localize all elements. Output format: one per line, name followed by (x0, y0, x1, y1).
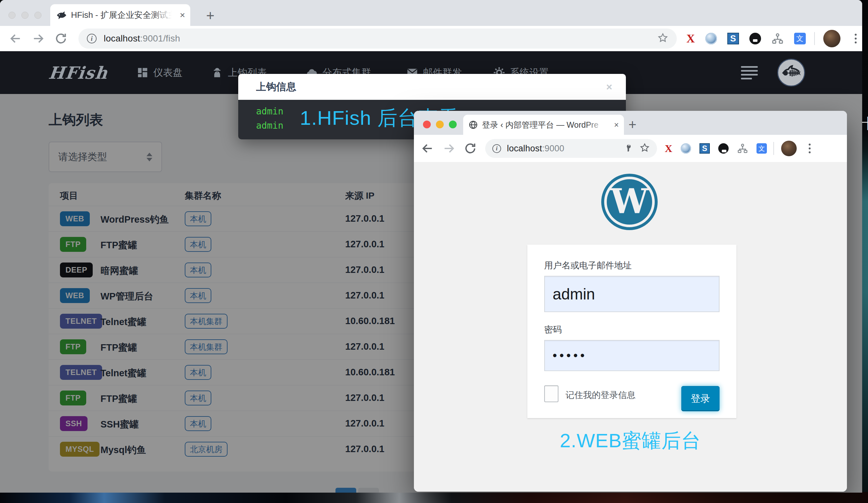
desktop-wallpaper-bottom (0, 492, 868, 503)
forward-icon[interactable] (442, 142, 455, 155)
toolbar-divider (814, 32, 815, 45)
tab-wordpress-login[interactable]: 登录 ‹ 内部管理平台 — WordPre × (463, 115, 624, 135)
extension-swirl-icon[interactable] (681, 143, 691, 154)
reload-icon[interactable] (54, 32, 68, 45)
spy-person-icon (211, 66, 223, 79)
username-input[interactable] (544, 276, 720, 312)
main-url-bar[interactable]: i localhost:9001/fish (79, 29, 677, 49)
extension-x-icon[interactable]: X (686, 32, 695, 45)
wordpress-browser-window: 登录 ‹ 内部管理平台 — WordPre × + i localhost:90… (414, 111, 847, 492)
tab-close-icon[interactable]: × (175, 11, 190, 20)
modal-title: 上钩信息 (256, 80, 606, 94)
bookmark-star-icon[interactable] (640, 143, 650, 154)
extension-swirl-icon[interactable] (705, 33, 717, 44)
fish-skeleton-icon (780, 61, 803, 84)
page-info-icon[interactable]: i (492, 144, 501, 153)
bookmark-star-icon[interactable] (657, 32, 668, 45)
wordpress-logo[interactable]: W (601, 174, 658, 230)
reload-icon[interactable] (464, 142, 477, 155)
desktop: 卡 HFish - 扩展企业安全测试主动诱 × + (0, 0, 868, 503)
new-tab-button[interactable]: + (629, 118, 637, 132)
extension-x-icon[interactable]: X (665, 143, 672, 155)
extension-sitemap-icon[interactable] (772, 32, 784, 45)
profile-avatar[interactable] (781, 141, 797, 156)
hfish-favicon-icon (56, 10, 66, 20)
remember-checkbox[interactable] (544, 386, 558, 402)
dashboard-icon (136, 66, 149, 79)
extension-s-icon[interactable]: S (727, 33, 739, 44)
extension-face-icon[interactable] (750, 33, 761, 44)
login-form-card: 用户名或电子邮件地址 密码 记住我的登录信息 登录 (527, 245, 736, 418)
nav-dashboard[interactable]: 仪表盘 (136, 66, 183, 79)
annotation-web-honeypot: 2.WEB蜜罐后台 (414, 428, 847, 454)
minimize-window-button[interactable] (436, 121, 444, 129)
browser-menu-icon[interactable] (804, 140, 816, 156)
extension-s-icon[interactable]: S (700, 143, 710, 154)
back-icon[interactable] (9, 32, 22, 45)
close-window-button[interactable] (423, 121, 431, 129)
modal-close-icon[interactable]: × (606, 81, 612, 93)
browser-menu-icon[interactable] (849, 30, 862, 47)
password-key-icon[interactable] (624, 143, 634, 154)
minimize-window-button[interactable] (21, 12, 29, 19)
wp-toolbar: i localhost:9000 X S 文 (414, 135, 847, 162)
toolbar-divider (773, 142, 774, 155)
extension-translate-icon[interactable]: 文 (756, 143, 767, 154)
username-label: 用户名或电子邮件地址 (544, 260, 720, 271)
tab-close-icon[interactable]: × (609, 121, 624, 129)
main-toolbar: i localhost:9001/fish X S 文 (0, 26, 862, 51)
login-button[interactable]: 登录 (681, 386, 720, 411)
password-label: 密码 (544, 324, 720, 336)
forward-icon[interactable] (32, 32, 45, 45)
main-url-text: localhost:9001/fish (104, 33, 180, 44)
wp-url-text: localhost:9000 (507, 144, 564, 154)
password-input[interactable] (544, 340, 720, 371)
extension-sitemap-icon[interactable] (737, 143, 748, 154)
zoom-window-button[interactable] (34, 12, 41, 19)
tab-hfish[interactable]: HFish - 扩展企业安全测试主动诱 × (50, 4, 190, 26)
back-icon[interactable] (421, 142, 434, 155)
main-tabstrip: HFish - 扩展企业安全测试主动诱 × + (0, 0, 862, 26)
close-window-button[interactable] (8, 12, 16, 19)
new-tab-button[interactable]: + (206, 8, 215, 23)
remember-label: 记住我的登录信息 (566, 389, 681, 401)
globe-favicon-icon (468, 120, 478, 130)
page-info-icon[interactable]: i (87, 34, 96, 43)
zoom-window-button[interactable] (449, 121, 457, 129)
desktop-text-fragment: 卡 (861, 114, 868, 133)
profile-avatar[interactable] (823, 30, 840, 47)
wp-tabstrip: 登录 ‹ 内部管理平台 — WordPre × + (414, 111, 847, 135)
hfish-logo[interactable]: HFish (48, 63, 109, 83)
hfish-user-avatar[interactable] (777, 59, 805, 86)
tab-title-fade (586, 115, 609, 135)
wp-login-page: W 用户名或电子邮件地址 密码 记住我的登录信息 登录 2.WEB蜜罐后台 (414, 162, 847, 492)
modal-header: 上钩信息 × (238, 74, 626, 100)
collapse-menu-icon[interactable] (741, 66, 758, 79)
wp-url-bar[interactable]: i localhost:9000 (485, 139, 657, 158)
tab-title-fade (153, 4, 175, 26)
extension-face-icon[interactable] (718, 143, 728, 154)
extension-translate-icon[interactable]: 文 (794, 33, 806, 44)
